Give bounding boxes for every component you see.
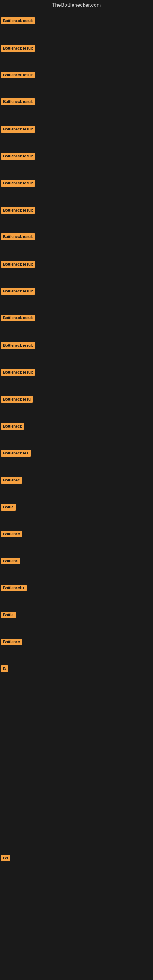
bottleneck-item[interactable]: Bottleneck result [1,342,35,350]
bottleneck-badge[interactable]: Bottlenec [1,638,22,645]
bottleneck-badge[interactable]: Bottlene [1,558,20,565]
bottleneck-badge[interactable]: Bottleneck result [1,207,35,214]
bottleneck-item[interactable]: Bottleneck result [1,18,35,25]
bottleneck-item[interactable]: Bottleneck result [1,261,35,269]
bottleneck-item[interactable]: Bottlene [1,558,20,566]
bottleneck-badge[interactable]: Bottlenec [1,477,22,484]
bottleneck-item[interactable]: Bottleneck result [1,207,35,215]
bottleneck-badge[interactable]: Bottleneck result [1,153,35,159]
bottleneck-badge[interactable]: Bottleneck result [1,180,35,186]
bottleneck-item[interactable]: Bottlenec [1,477,22,485]
bottleneck-badge[interactable]: Bottleneck result [1,45,35,52]
bottleneck-badge[interactable]: Bottleneck resu [1,396,33,403]
bottleneck-item[interactable]: Bottle [1,504,16,512]
bottleneck-badge[interactable]: Bottleneck result [1,18,35,24]
bottleneck-item[interactable]: Bottle [1,612,16,620]
bottleneck-item[interactable]: Bottleneck result [1,126,35,134]
bottleneck-badge[interactable]: Bo [1,855,10,861]
bottleneck-badge[interactable]: Bottleneck result [1,315,35,321]
bottleneck-item[interactable]: Bottleneck result [1,45,35,53]
bottleneck-item[interactable]: Bottleneck result [1,315,35,323]
bottleneck-badge[interactable]: Bottle [1,504,16,511]
bottleneck-item[interactable]: Bottleneck result [1,369,35,377]
bottleneck-badge[interactable]: Bottleneck result [1,288,35,294]
bottleneck-badge[interactable]: Bottleneck result [1,98,35,105]
site-title: TheBottlenecker.com [0,0,153,9]
bottleneck-badge[interactable]: Bottleneck [1,423,24,430]
bottleneck-item[interactable]: Bottlenec [1,531,22,539]
bottleneck-item[interactable]: Bottleneck result [1,72,35,80]
items-container [0,9,153,12]
bottleneck-badge[interactable]: B [1,665,8,672]
bottleneck-badge[interactable]: Bottleneck result [1,233,35,240]
bottleneck-badge[interactable]: Bottleneck r [1,585,27,591]
bottleneck-item[interactable]: Bottleneck r [1,585,27,593]
bottleneck-item[interactable]: Bottleneck result [1,153,35,161]
site-header: TheBottlenecker.com [0,0,153,9]
bottleneck-badge[interactable]: Bottle [1,612,16,618]
bottleneck-badge[interactable]: Bottleneck result [1,72,35,78]
bottleneck-badge[interactable]: Bottlenec [1,531,22,538]
bottleneck-badge[interactable]: Bottleneck result [1,126,35,133]
bottleneck-item[interactable]: B [1,665,8,673]
bottleneck-badge[interactable]: Bottleneck res [1,450,31,457]
bottleneck-badge[interactable]: Bottleneck result [1,369,35,376]
bottleneck-item[interactable]: Bottleneck result [1,288,35,296]
bottleneck-item[interactable]: Bottleneck result [1,98,35,106]
bottleneck-item[interactable]: Bottleneck result [1,180,35,188]
bottleneck-item[interactable]: Bottlenec [1,638,22,646]
bottleneck-badge[interactable]: Bottleneck result [1,261,35,268]
bottleneck-item[interactable]: Bo [1,855,10,863]
bottleneck-item[interactable]: Bottleneck resu [1,396,33,404]
bottleneck-item[interactable]: Bottleneck res [1,450,31,458]
bottleneck-badge[interactable]: Bottleneck result [1,342,35,349]
bottleneck-item[interactable]: Bottleneck [1,423,24,431]
bottleneck-item[interactable]: Bottleneck result [1,233,35,241]
